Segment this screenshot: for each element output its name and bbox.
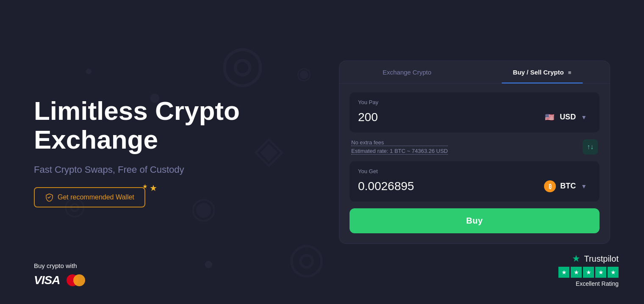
payment-logos: VISA — [34, 274, 85, 287]
tab-flag: ≡ — [568, 69, 572, 76]
you-get-row: ₿ BTC ▼ — [358, 178, 591, 195]
trustpilot-rating-label: Excellent Rating — [576, 280, 619, 287]
hero-section: Limitless Crypto Exchange Fast Crypto Sw… — [34, 97, 305, 207]
you-get-currency-selector[interactable]: ₿ BTC ▼ — [540, 178, 591, 195]
widget-tabs: Exchange Crypto Buy / Sell Crypto ≡ — [339, 61, 610, 84]
you-pay-currency-selector[interactable]: 🇺🇸 USD ▼ — [539, 109, 591, 126]
payment-methods-section: Buy crypto with VISA — [34, 262, 85, 287]
main-title: Limitless Crypto Exchange — [34, 97, 305, 154]
widget-card: Exchange Crypto Buy / Sell Crypto ≡ You … — [339, 61, 610, 244]
rate-info-bar: No extra fees Estimated rate: 1 BTC ~ 74… — [350, 135, 600, 159]
no-fees-text: No extra fees — [351, 139, 448, 146]
info-left: No extra fees Estimated rate: 1 BTC ~ 74… — [351, 139, 448, 155]
star-large-icon: ★ — [150, 183, 157, 193]
buy-crypto-label: Buy crypto with — [34, 262, 85, 269]
trustpilot-brand: Trustpilot — [584, 254, 619, 264]
main-layout: Limitless Crypto Exchange Fast Crypto Sw… — [0, 0, 644, 304]
usd-flag: 🇺🇸 — [544, 111, 555, 123]
buy-button[interactable]: Buy — [350, 208, 600, 233]
you-pay-chevron-icon: ▼ — [581, 114, 587, 121]
tab-exchange-crypto[interactable]: Exchange Crypto — [339, 61, 475, 83]
trustpilot-logo-mark: ★ — [572, 253, 580, 264]
tab-exchange-label: Exchange Crypto — [383, 69, 431, 76]
visa-logo: VISA — [34, 274, 60, 287]
you-pay-section: You Pay 🇺🇸 USD ▼ — [350, 92, 600, 133]
trustpilot-star-2: ★ — [571, 267, 582, 278]
you-get-label: You Get — [358, 168, 591, 174]
you-pay-label: You Pay — [358, 99, 591, 105]
swap-direction-button[interactable]: ↑↓ — [583, 139, 598, 155]
trustpilot-section: ★ Trustpilot ★ ★ ★ ★ ★ Excellent Rating — [558, 253, 619, 287]
title-line2: Exchange — [34, 125, 158, 154]
you-pay-input[interactable] — [358, 111, 498, 124]
tab-buy-sell-crypto[interactable]: Buy / Sell Crypto ≡ — [475, 61, 610, 83]
you-pay-currency-name: USD — [560, 113, 576, 122]
you-get-section: You Get ₿ BTC ▼ — [350, 161, 600, 202]
trustpilot-star-5: ★ — [608, 267, 619, 278]
you-get-chevron-icon: ▼ — [581, 183, 587, 190]
widget-body: You Pay 🇺🇸 USD ▼ No extra fees — [339, 84, 610, 243]
you-pay-row: 🇺🇸 USD ▼ — [358, 109, 591, 126]
buy-button-label: Buy — [466, 216, 483, 225]
mastercard-logo — [67, 274, 85, 286]
tab-buy-sell-label: Buy / Sell Crypto — [513, 69, 564, 76]
swap-icon: ↑↓ — [587, 143, 594, 151]
trustpilot-stars: ★ ★ ★ ★ ★ — [558, 267, 619, 278]
btc-icon: ₿ — [544, 180, 556, 192]
trustpilot-header: ★ Trustpilot — [572, 253, 619, 264]
star-small-icon: ★ — [142, 183, 148, 193]
you-get-currency-name: BTC — [560, 182, 576, 191]
exchange-widget: Exchange Crypto Buy / Sell Crypto ≡ You … — [339, 61, 610, 244]
title-line1: Limitless Crypto — [34, 96, 240, 125]
wallet-button-label: Get recommended Wallet — [58, 193, 134, 201]
estimated-rate-value: 1 BTC ~ 74363.26 USD — [390, 148, 448, 154]
estimated-rate-label: Estimated rate: — [351, 148, 388, 154]
mastercard-yellow-circle — [73, 274, 85, 286]
shield-icon — [45, 193, 53, 202]
trustpilot-star-3: ★ — [583, 267, 594, 278]
subtitle: Fast Crypto Swaps, Free of Custody — [34, 164, 305, 175]
estimated-rate-text: Estimated rate: 1 BTC ~ 74363.26 USD — [351, 148, 448, 155]
trustpilot-star-4: ★ — [595, 267, 606, 278]
star-decoration: ★ ★ — [142, 183, 157, 193]
trustpilot-star-1: ★ — [558, 267, 569, 278]
you-get-input[interactable] — [358, 180, 498, 193]
get-wallet-button[interactable]: Get recommended Wallet ★ ★ — [34, 187, 145, 207]
